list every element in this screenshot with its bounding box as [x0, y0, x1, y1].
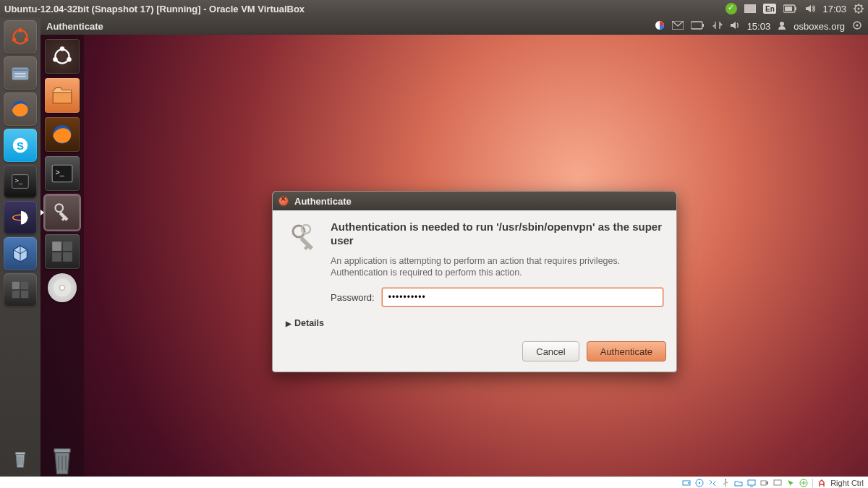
svg-rect-32: [15, 453, 25, 455]
dash-icon[interactable]: [4, 20, 37, 53]
svg-line-10: [861, 12, 862, 12]
disclosure-triangle-icon: ▶: [286, 320, 292, 328]
host-top-panel: Ubuntu-12.04-32bit (Snapshot 17) [Runnin…: [0, 0, 868, 17]
svg-point-46: [67, 57, 71, 61]
svg-point-43: [55, 49, 69, 63]
vrde-icon[interactable]: [773, 479, 782, 487]
mail-icon[interactable]: [672, 21, 684, 32]
svg-rect-31: [21, 291, 28, 298]
disc-icon[interactable]: [48, 273, 77, 302]
svg-rect-29: [21, 282, 28, 289]
dialog-titlebar[interactable]: Authenticate: [273, 192, 676, 210]
svg-rect-69: [748, 480, 755, 485]
host-tray: En 17:03: [726, 3, 864, 14]
svg-text:S: S: [17, 140, 24, 152]
svg-point-14: [18, 28, 22, 33]
svg-rect-58: [54, 449, 71, 453]
terminal-icon[interactable]: >_: [45, 156, 80, 191]
svg-rect-55: [63, 252, 72, 262]
host-clock[interactable]: 17:03: [822, 4, 846, 14]
dialog-heading: Authentication is needed to run '/usr/sb…: [331, 221, 663, 248]
guest-clock[interactable]: 15:03: [747, 21, 771, 32]
svg-point-65: [688, 482, 689, 484]
svg-rect-18: [12, 69, 29, 71]
volume-icon[interactable]: [805, 4, 815, 14]
keyboard-lang-indicator[interactable]: En: [763, 4, 776, 14]
cancel-button[interactable]: Cancel: [522, 341, 579, 361]
workspace-icon[interactable]: [4, 273, 37, 307]
details-label: Details: [294, 318, 324, 328]
display-icon[interactable]: [747, 479, 756, 487]
svg-point-67: [699, 481, 700, 483]
host-launcher: S >_: [0, 17, 41, 476]
svg-point-16: [25, 38, 29, 42]
trash-icon[interactable]: [4, 443, 37, 476]
vm-display: Authenticate 15:03 osboxes.org >_ Authen…: [41, 17, 868, 476]
svg-rect-53: [63, 241, 72, 251]
firefox-icon[interactable]: [4, 93, 37, 126]
usb-icon[interactable]: [721, 479, 730, 487]
svg-rect-30: [12, 291, 20, 298]
running-pip-icon: [41, 210, 44, 215]
trash-icon[interactable]: [46, 443, 78, 476]
mouse-integration-icon[interactable]: [786, 479, 795, 487]
network-icon[interactable]: [708, 479, 717, 487]
host-key-icon: [817, 479, 826, 487]
vm-status-bar: Right Ctrl: [0, 476, 868, 488]
close-icon[interactable]: [278, 196, 289, 206]
svg-rect-52: [52, 241, 61, 251]
keys-icon: [286, 221, 320, 307]
volume-icon[interactable]: [730, 20, 740, 33]
svg-rect-38: [691, 22, 702, 29]
update-ok-icon[interactable]: [726, 3, 737, 14]
guest-username[interactable]: osboxes.org: [793, 21, 845, 32]
color-picker-icon[interactable]: [655, 20, 665, 33]
guest-launcher: >_: [41, 35, 84, 476]
battery-icon[interactable]: [783, 4, 798, 13]
svg-rect-72: [774, 480, 781, 485]
record-icon[interactable]: [760, 479, 769, 487]
password-input[interactable]: [382, 288, 663, 307]
firefox-icon[interactable]: [45, 117, 80, 152]
additions-icon[interactable]: [799, 479, 808, 487]
dash-icon[interactable]: [45, 39, 80, 74]
workspace-icon[interactable]: [45, 234, 80, 269]
svg-point-51: [55, 204, 63, 212]
network-icon[interactable]: [712, 20, 723, 33]
svg-rect-47: [53, 93, 72, 103]
svg-line-9: [855, 5, 856, 6]
authenticate-button[interactable]: Authenticate: [587, 341, 666, 361]
svg-line-11: [855, 12, 856, 12]
svg-point-4: [858, 8, 860, 10]
svg-point-44: [60, 46, 64, 51]
skype-icon[interactable]: S: [4, 129, 37, 162]
details-expander[interactable]: ▶ Details: [273, 317, 676, 335]
svg-rect-19: [15, 73, 26, 74]
guest-tray: 15:03 osboxes.org: [655, 20, 862, 33]
eclipse-icon[interactable]: [4, 201, 37, 234]
files-icon[interactable]: [45, 78, 80, 113]
svg-rect-54: [52, 252, 61, 262]
svg-rect-28: [12, 282, 20, 289]
svg-rect-39: [702, 24, 704, 27]
shared-folder-icon[interactable]: [734, 479, 743, 487]
optical-icon[interactable]: [695, 479, 704, 487]
session-gear-icon[interactable]: [854, 4, 864, 14]
svg-text:>_: >_: [55, 168, 64, 176]
battery-icon[interactable]: [691, 21, 705, 32]
svg-rect-2: [785, 7, 792, 11]
session-gear-icon[interactable]: [852, 20, 862, 33]
svg-point-15: [12, 38, 17, 42]
files-icon[interactable]: [4, 56, 37, 90]
svg-point-68: [725, 479, 726, 480]
svg-point-42: [856, 24, 859, 26]
keyring-icon[interactable]: [45, 195, 80, 230]
hdd-icon[interactable]: [682, 479, 691, 487]
guest-top-panel: Authenticate 15:03 osboxes.org: [41, 17, 868, 35]
mail-icon[interactable]: [744, 4, 756, 13]
svg-line-12: [861, 5, 862, 6]
dialog-title: Authenticate: [294, 196, 352, 207]
vm-window-title: Ubuntu-12.04-32bit (Snapshot 17) [Runnin…: [4, 4, 726, 14]
virtualbox-icon[interactable]: [4, 237, 37, 270]
terminal-icon[interactable]: >_: [4, 165, 37, 198]
